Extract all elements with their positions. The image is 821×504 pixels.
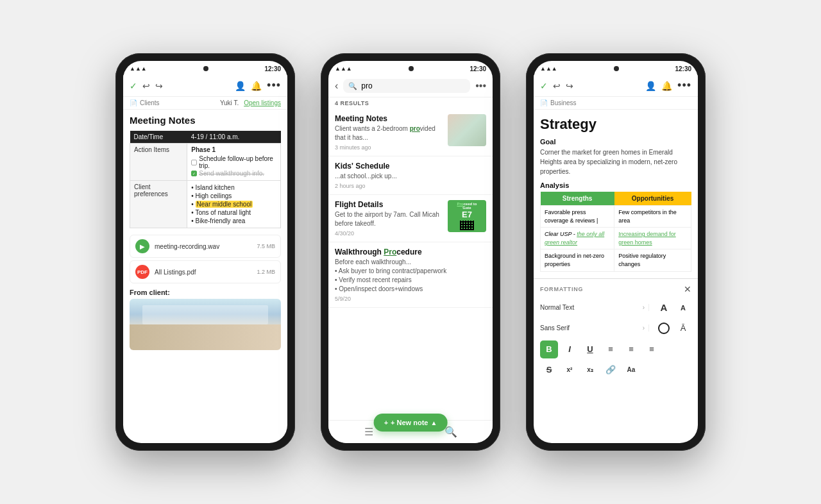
subscript-button[interactable]: x₂ [581, 361, 599, 379]
phone-3-toolbar: ✓ ↩ ↪ 👤 🔔 ••• [534, 75, 698, 97]
highlight-pro-4: Pro [384, 248, 396, 256]
pref-item-1: Island kitchen [191, 183, 276, 192]
normal-text-selector[interactable]: Normal Text › [540, 304, 649, 311]
pref-item-2: High ceilings [191, 192, 276, 200]
p3-check-icon[interactable]: ✓ [540, 81, 548, 91]
case-button[interactable]: Aa [622, 361, 640, 379]
attachment-audio[interactable]: ▶ meeting-recording.wav 7.5 MB [130, 235, 281, 258]
search-input[interactable] [361, 81, 465, 90]
opportunity-1: Few competitors in the area [614, 206, 691, 228]
strategy-title: Strategy [540, 116, 691, 133]
phone-2: ▲▲▲ 12:30 ‹ 🔍 ••• 4 RES [321, 53, 500, 451]
analysis-label: Analysis [540, 181, 691, 189]
breadcrumb-label[interactable]: Clients [140, 99, 160, 106]
gate-number: E7 [462, 210, 472, 219]
search-more-icon[interactable]: ••• [475, 80, 486, 92]
status-bar-left: ▲▲▲ [130, 65, 147, 72]
align-center-button[interactable]: ≡ [622, 340, 640, 358]
formatting-header: FORMATTING ✕ [540, 284, 691, 294]
result-1-content: Meeting Notes Client wants a 2-bedroom p… [335, 114, 443, 151]
italic-button[interactable]: I [561, 340, 579, 358]
search-nav-icon[interactable]: 🔍 [444, 426, 457, 438]
result-walkthrough[interactable]: Walkthrough Procedure Before each walkth… [328, 242, 493, 308]
check-label-1: Schedule follow-up before trip. [199, 155, 276, 169]
result-3-content: Flight Details Get to the airport by 7am… [335, 200, 443, 237]
result-flight-details[interactable]: Flight Details Get to the airport by 7am… [328, 195, 493, 242]
p3-bell-icon[interactable]: 🔔 [661, 81, 672, 91]
check-icon[interactable]: ✓ [130, 81, 137, 91]
open-listings-link[interactable]: Open listings [244, 99, 281, 106]
opportunities-header: Opportunities [614, 192, 691, 206]
opportunity-2: Increasing demand for green homes [614, 228, 691, 249]
result-1-title: Meeting Notes [335, 114, 443, 123]
format-row-2: Sans Serif › Ā [540, 320, 691, 337]
result-2-time: 2 hours ago [335, 183, 486, 189]
highlighted-pref: Near middle school [196, 201, 253, 208]
signal-icon: ▲▲▲ [130, 65, 147, 72]
format-toolbar-2: S x² x₂ 🔗 Aa [540, 361, 691, 379]
audio-size: 7.5 MB [257, 243, 275, 249]
p3-breadcrumb-label[interactable]: Business [550, 99, 577, 106]
color-picker-btn[interactable] [656, 320, 672, 337]
result-4-content: Walkthrough Procedure Before each walkth… [335, 248, 486, 302]
font-small-btn[interactable]: A [675, 299, 691, 316]
p3-person-icon[interactable]: 👤 [645, 81, 656, 91]
undo-icon[interactable]: ↩ [142, 81, 150, 91]
boarding-pass: Proceed to Gate E7 [448, 200, 486, 232]
align-left-button[interactable]: ≡ [602, 340, 620, 358]
link-button[interactable]: 🔗 [602, 361, 620, 379]
p3-notch [614, 66, 619, 71]
new-note-fab[interactable]: + + New note ▲ [374, 414, 448, 432]
p3-status-left: ▲▲▲ [540, 65, 557, 72]
p3-undo-icon[interactable]: ↩ [553, 81, 561, 91]
checkbox-2[interactable] [191, 171, 197, 176]
strength-3: Background in net-zero properties [541, 249, 614, 271]
strikethrough-button[interactable]: S [540, 361, 558, 379]
bold-button[interactable]: B [540, 340, 558, 358]
formatting-close-btn[interactable]: ✕ [684, 284, 691, 294]
normal-text-label: Normal Text [540, 304, 574, 311]
fab-plus: + [384, 419, 388, 426]
col1-header: Date/Time [130, 131, 187, 144]
checkbox-1[interactable] [191, 160, 197, 165]
search-bar: ‹ 🔍 ••• [328, 75, 493, 97]
align-right-button[interactable]: ≡ [643, 340, 661, 358]
font-style-btn[interactable]: Ā [675, 320, 691, 337]
strategy-scroll: Strategy Goal Corner the market for gree… [534, 110, 698, 443]
result-1-time: 3 minutes ago [335, 144, 443, 151]
preferences-list: Island kitchen High ceilings Near middle… [191, 183, 276, 225]
sans-serif-selector[interactable]: Sans Serif › [540, 324, 649, 332]
result-kids-schedule[interactable]: Kids' Schedule ...at school...pick up...… [328, 156, 493, 195]
font-large-btn[interactable]: A [656, 299, 672, 316]
phone-3: ▲▲▲ 12:30 ✓ ↩ ↪ 👤 🔔 ••• [526, 53, 706, 451]
format-row-1: Normal Text › A A [540, 299, 691, 316]
p3-more-icon[interactable]: ••• [677, 79, 691, 92]
strength-1: Favorable press coverage & reviews | [541, 206, 614, 228]
format-toolbar: B I U ≡ ≡ ≡ [540, 340, 691, 358]
superscript-button[interactable]: x² [561, 361, 579, 379]
time: 12:30 [264, 65, 281, 72]
redo-icon[interactable]: ↪ [155, 81, 163, 91]
person-icon[interactable]: 👤 [235, 81, 246, 91]
p3-redo-icon[interactable]: ↪ [566, 81, 573, 91]
more-icon[interactable]: ••• [267, 79, 281, 92]
attachment-pdf[interactable]: PDF All Listings.pdf 1.2 MB [130, 260, 281, 283]
phone-1-screen: ▲▲▲ 12:30 ✓ ↩ ↪ 👤 🔔 ••• [123, 61, 287, 443]
result-meeting-notes[interactable]: Meeting Notes Client wants a 2-bedroom p… [328, 109, 493, 156]
phone-3-breadcrumb: 📄 Business [534, 97, 698, 110]
result-2-title: Kids' Schedule [335, 162, 486, 171]
opportunity-2-link: Increasing demand for green homes [618, 231, 676, 246]
bell-icon[interactable]: 🔔 [251, 81, 262, 91]
goal-text: Corner the market for green homes in Eme… [540, 147, 691, 176]
pref-item-4: Tons of natural light [191, 208, 276, 217]
phone-2-screen: ▲▲▲ 12:30 ‹ 🔍 ••• 4 RES [328, 61, 493, 443]
hamburger-icon[interactable]: ☰ [364, 426, 373, 438]
breadcrumb-user: Yuki T. [220, 99, 239, 106]
chevron-right-1: › [643, 304, 645, 311]
back-icon[interactable]: ‹ [335, 80, 338, 92]
status-bar-right: 12:30 [264, 65, 281, 72]
underline-button[interactable]: U [581, 340, 599, 358]
phone-1-content: Meeting Notes Date/Time 4-19 / 11:00 a.m… [123, 110, 287, 443]
analysis-row-1: Favorable press coverage & reviews | Few… [541, 206, 691, 228]
p3-breadcrumb-icon: 📄 [540, 99, 548, 106]
